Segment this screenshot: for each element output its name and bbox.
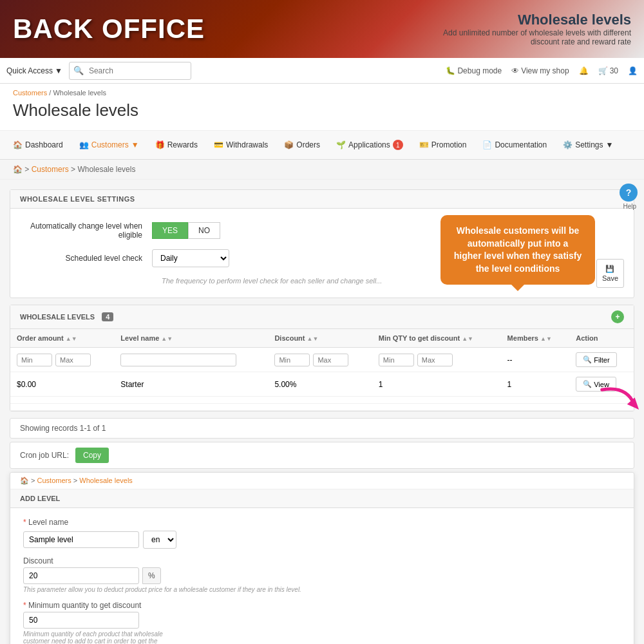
withdrawals-icon: 💳 xyxy=(214,140,223,149)
quick-access-button[interactable]: Quick Access ▼ xyxy=(6,66,62,75)
back-office-title: BACK OFFICE xyxy=(13,14,205,44)
save-icon: 💾 xyxy=(605,265,614,273)
lang-select[interactable]: en xyxy=(143,531,176,549)
save-button[interactable]: 💾 Save xyxy=(596,259,624,288)
filter-level-name xyxy=(114,348,268,372)
schedule-select[interactable]: Daily Weekly Monthly xyxy=(152,249,229,267)
user-button[interactable]: 👤 xyxy=(628,66,638,75)
cron-button[interactable]: Copy xyxy=(75,448,109,463)
filter-max1[interactable] xyxy=(55,354,91,366)
cart-button[interactable]: 🛒 30 xyxy=(598,66,618,75)
levels-header: WHOLESALE LEVELS 4 + xyxy=(10,305,634,329)
levels-count: 4 xyxy=(102,312,113,321)
nav-orders-label: Orders xyxy=(296,140,320,149)
refresh-button[interactable]: + xyxy=(611,310,624,323)
nav-customers[interactable]: 👥 Customers ▼ xyxy=(73,135,146,155)
nav-applications[interactable]: 🌱 Applications 1 xyxy=(330,135,410,155)
level-name-input[interactable] xyxy=(23,531,139,548)
applications-badge: 1 xyxy=(393,140,403,150)
discount-group: Discount % This parameter allow you to d… xyxy=(23,556,621,593)
main-nav: 🏠 Dashboard 👥 Customers ▼ 🎁 Rewards 💳 Wi… xyxy=(0,131,644,160)
filter-min3[interactable] xyxy=(379,354,414,366)
yes-button[interactable]: YES xyxy=(152,222,188,239)
add-level-customers-link[interactable]: Customers xyxy=(37,477,71,484)
nav-rewards[interactable]: 🎁 Rewards xyxy=(149,135,204,155)
nav-settings[interactable]: ⚙️ Settings ▼ xyxy=(556,135,620,155)
sub-breadcrumb-customers[interactable]: Customers xyxy=(32,165,69,174)
save-label: Save xyxy=(602,274,618,282)
filter-discount xyxy=(268,348,372,372)
discount-hint: This parameter allow you to deduct produ… xyxy=(23,586,621,593)
cell-members: 1 xyxy=(501,372,570,397)
home-icon: 🏠 xyxy=(13,165,23,174)
scheduled-label: Scheduled level check xyxy=(23,254,152,263)
nav-orders[interactable]: 📦 Orders xyxy=(278,135,327,155)
min-qty-hint: Minimum quantity of each product that wh… xyxy=(23,630,621,644)
filter-members-dashes: -- xyxy=(507,355,513,365)
orders-icon: 📦 xyxy=(284,140,294,149)
header-subtitle-1: Add unlimited number of wholesale levels… xyxy=(443,28,631,37)
view-shop-button[interactable]: 👁 View my shop xyxy=(511,66,569,75)
auto-change-label: Automatically change level when eligible xyxy=(23,222,152,240)
nav-promotion[interactable]: 🎫 Promotion xyxy=(413,135,473,155)
notifications-button[interactable]: 🔔 xyxy=(579,66,589,75)
nav-settings-label: Settings xyxy=(575,140,603,149)
th-members: Members ▲▼ xyxy=(501,329,570,348)
add-level-body: * Level name en Discount % T xyxy=(10,508,634,644)
nav-customers-label: Customers xyxy=(91,140,129,149)
help-icon[interactable]: ? xyxy=(620,184,638,202)
add-level-wholesale-link[interactable]: Wholesale levels xyxy=(79,477,133,484)
nav-promotion-label: Promotion xyxy=(431,140,467,149)
tooltip-bubble: Wholesale customers will be automaticall… xyxy=(440,215,595,285)
nav-dashboard[interactable]: 🏠 Dashboard xyxy=(6,135,70,155)
cell-discount: 5.00% xyxy=(268,372,372,397)
filter-min2[interactable] xyxy=(274,354,310,366)
discount-input[interactable] xyxy=(23,567,139,584)
sub-breadcrumb: 🏠 > Customers > Wholesale levels xyxy=(0,160,644,180)
filter-level-name-input[interactable] xyxy=(120,354,236,366)
no-button[interactable]: NO xyxy=(188,222,220,239)
toggle-group: YES NO xyxy=(152,222,220,239)
nav-withdrawals[interactable]: 💳 Withdrawals xyxy=(207,135,274,155)
filter-button[interactable]: 🔍 Filter xyxy=(576,352,616,367)
nav-applications-label: Applications xyxy=(348,140,390,149)
filter-order-amount xyxy=(10,348,114,372)
discount-suffix: % xyxy=(142,567,161,584)
discount-label: Discount xyxy=(23,556,621,565)
level-name-label-text: Level name xyxy=(28,518,68,527)
breadcrumb-current: Wholesale levels xyxy=(53,89,106,97)
search-filter-icon: 🔍 xyxy=(583,355,592,364)
debug-mode-button[interactable]: 🐛 Debug mode xyxy=(446,66,502,75)
add-level-header: ADD LEVEL xyxy=(10,489,634,508)
top-nav: Quick Access ▼ 🔍 🐛 Debug mode 👁 View my … xyxy=(0,58,644,84)
top-nav-left: Quick Access ▼ 🔍 xyxy=(6,62,191,80)
level-name-group: * Level name en xyxy=(23,518,621,549)
th-order-amount: Order amount ▲▼ xyxy=(10,329,114,348)
dashboard-icon: 🏠 xyxy=(13,140,23,149)
top-nav-right: 🐛 Debug mode 👁 View my shop 🔔 🛒 30 👤 xyxy=(446,66,638,75)
page-title: Wholesale levels xyxy=(13,100,631,120)
filter-max2[interactable] xyxy=(313,354,348,366)
customers-chevron-icon: ▼ xyxy=(131,140,139,149)
min-qty-required-star: * xyxy=(23,601,26,610)
search-icon: 🔍 xyxy=(73,66,84,75)
eye-icon: 👁 xyxy=(511,66,519,75)
nav-withdrawals-label: Withdrawals xyxy=(226,140,268,149)
cell-level-name: Starter xyxy=(114,372,268,397)
cart-icon: 🛒 xyxy=(598,66,608,75)
search-input[interactable] xyxy=(84,64,187,78)
add-level-panel: 🏠 > Customers > Wholesale levels ADD LEV… xyxy=(10,472,634,644)
header-subtitle-2: discount rate and reward rate xyxy=(443,37,631,46)
min-qty-input[interactable] xyxy=(23,612,139,629)
promotion-icon: 🎫 xyxy=(419,140,429,149)
settings-panel-header: WHOLESALE LEVEL SETTINGS xyxy=(10,190,634,209)
showing-text: Showing records 1-1 of 1 xyxy=(20,424,106,433)
nav-documentation[interactable]: 📄 Documentation xyxy=(476,135,553,155)
filter-max3[interactable] xyxy=(417,354,453,366)
filter-min1[interactable] xyxy=(17,354,52,366)
breadcrumb-customers-link[interactable]: Customers xyxy=(13,89,47,97)
min-qty-label: * Minimum quantity to get discount xyxy=(23,601,621,610)
table-row-2 xyxy=(10,397,634,404)
header-banner: BACK OFFICE Wholesale levels Add unlimit… xyxy=(0,0,644,58)
settings-chevron-icon: ▼ xyxy=(606,140,614,149)
